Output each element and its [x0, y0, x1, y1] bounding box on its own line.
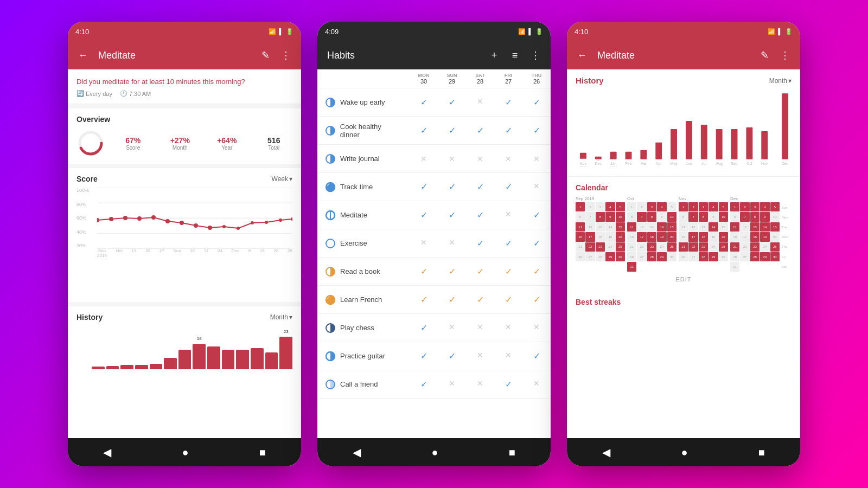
- habit-row-call-friend[interactable]: Call a friend ✓ ✕ ✕ ✓ ✕: [317, 370, 551, 399]
- back-button-1[interactable]: ←: [75, 50, 91, 61]
- recents-nav-2[interactable]: ■: [509, 446, 515, 459]
- svg-point-27: [326, 239, 335, 248]
- recents-nav-1[interactable]: ■: [259, 446, 266, 459]
- total-label: Total: [256, 145, 293, 151]
- habit-row-wake-up-early[interactable]: Wake up early ✓ ✓ ✕ ✓ ✓: [317, 88, 551, 117]
- app-title-3: Meditate: [597, 50, 751, 61]
- habit-checks-wake-up: ✓ ✓ ✕ ✓ ✓: [410, 97, 551, 107]
- habit-checks-french: ✓ ✓ ✓ ✓ ✓: [410, 294, 551, 305]
- signal-icon-2: ▌: [528, 28, 533, 35]
- habit-row-play-chess[interactable]: Play chess ✓ ✕ ✕ ✕ ✕: [317, 314, 551, 342]
- cal-nov: Nov 1 2 3 4 5 6 7 8 9 10 11 12 13: [679, 196, 728, 272]
- habit-row-write-journal[interactable]: Write journal ✕ ✕ ✕ ✕ ✕: [317, 145, 551, 173]
- svg-rect-40: [626, 152, 632, 159]
- habit-icon-read: [325, 266, 336, 277]
- wifi-icon-1: 📶: [269, 28, 276, 35]
- app-bar-2: Habits + ≡ ⋮: [317, 41, 551, 69]
- home-nav-1[interactable]: ●: [182, 446, 188, 459]
- habit-row-practice-guitar[interactable]: Practice guitar ✓ ✓ ✕ ✕ ✓: [317, 342, 551, 370]
- habit-icon-guitar: [325, 351, 336, 362]
- battery-icon-3: 🔋: [785, 28, 793, 35]
- habit-checks-exercise: ✕ ✕ ✓ ✓ ✓: [410, 238, 551, 248]
- history-title-phone1: History: [76, 313, 270, 322]
- svg-rect-34: [580, 153, 586, 159]
- more-icon-3[interactable]: ⋮: [777, 49, 793, 61]
- habit-name-french: Learn French: [340, 296, 382, 304]
- total-value: 516: [256, 136, 293, 145]
- back-nav-1[interactable]: ◀: [103, 446, 111, 459]
- more-icon-1[interactable]: ⋮: [278, 49, 293, 61]
- habit-icon-chess: [325, 323, 336, 333]
- habit-icon-journal: [325, 153, 336, 164]
- svg-text:Dec: Dec: [782, 162, 789, 165]
- svg-point-12: [165, 219, 170, 223]
- history-period-dropdown[interactable]: Month ▾: [270, 313, 292, 321]
- habit-checks-meditate: ✓ ✓ ✓ ✕ ✓: [410, 210, 551, 220]
- svg-point-20: [279, 219, 282, 222]
- history-section-phone1: History Month ▾ 18: [68, 306, 301, 438]
- habit-row-read-book[interactable]: Read a book ✓ ✓ ✓ ✓ ✓: [317, 258, 551, 286]
- stat-month: +27% Month: [162, 136, 199, 151]
- edit-icon-3[interactable]: ✎: [757, 49, 772, 61]
- status-bar-3: 4:10 📶 ▌ 🔋: [567, 22, 800, 41]
- svg-text:Feb: Feb: [626, 162, 632, 165]
- app-title-2: Habits: [327, 50, 481, 61]
- battery-icon-2: 🔋: [535, 28, 543, 35]
- habit-row-exercise[interactable]: Exercise ✕ ✕ ✓ ✓ ✓: [317, 229, 551, 258]
- svg-rect-60: [782, 93, 788, 159]
- svg-point-19: [265, 221, 268, 224]
- back-nav-3[interactable]: ◀: [602, 446, 610, 459]
- more-icon-2[interactable]: ⋮: [528, 49, 543, 61]
- habit-checks-journal: ✕ ✕ ✕ ✕ ✕: [410, 155, 551, 163]
- nav-bar-1: ◀ ● ■: [68, 438, 301, 466]
- svg-text:Mar: Mar: [640, 162, 647, 165]
- calendar-title: Calendar: [576, 183, 792, 192]
- svg-rect-56: [746, 127, 752, 159]
- app-bar-3: ← Meditate ✎ ⋮: [567, 41, 800, 69]
- status-icons-1: 📶 ▌ 🔋: [269, 28, 293, 35]
- edit-button[interactable]: EDIT: [576, 272, 792, 287]
- habit-row-meditate[interactable]: Meditate ✓ ✓ ✓ ✕ ✓: [317, 201, 551, 229]
- overview-stats: 67% Score +27% Month +64% Year 516 Total: [76, 129, 292, 157]
- habit-icon-french: [325, 294, 336, 305]
- svg-rect-46: [671, 129, 677, 159]
- status-time-2: 4:09: [325, 28, 339, 36]
- habit-row-learn-french[interactable]: Learn French ✓ ✓ ✓ ✓ ✓: [317, 286, 551, 314]
- back-nav-2[interactable]: ◀: [353, 446, 361, 459]
- month-label: Month: [162, 145, 199, 151]
- chevron-down-icon-hist: ▾: [289, 313, 292, 321]
- score-section: Score Week ▾ 100% 80% 60% 40% 20%: [68, 168, 301, 302]
- cal-dec-grid: 1 2 3 4 5 6 7 8 9 10 11 12 13 14: [730, 202, 780, 272]
- habit-checks-track: ✓ ✓ ✓ ✓ ✕: [410, 182, 551, 192]
- donut-chart: [76, 129, 105, 157]
- home-nav-3[interactable]: ●: [681, 446, 687, 459]
- habit-icon-call: [325, 379, 336, 390]
- filter-icon[interactable]: ≡: [507, 50, 522, 61]
- habit-checks-guitar: ✓ ✓ ✕ ✕ ✓: [410, 351, 551, 361]
- score-period-dropdown[interactable]: Week ▾: [272, 175, 292, 183]
- habit-checks-read: ✓ ✓ ✓ ✓ ✓: [410, 266, 551, 277]
- habit-checks-cook: ✓ ✓ ✓ ✓ ✓: [410, 125, 551, 136]
- back-button-3[interactable]: ←: [575, 50, 590, 61]
- add-icon[interactable]: +: [487, 50, 502, 61]
- question-text: Did you meditate for at least 10 minutes…: [76, 77, 292, 87]
- habit-row-track-time[interactable]: Track time ✓ ✓ ✓ ✓ ✕: [317, 173, 551, 201]
- edit-icon-1[interactable]: ✎: [258, 49, 273, 61]
- day-col-sun: SUN 29: [438, 73, 466, 85]
- year-value: +64%: [208, 136, 246, 145]
- home-nav-2[interactable]: ●: [431, 446, 438, 459]
- chevron-down-icon: ▾: [289, 175, 292, 183]
- recents-nav-3[interactable]: ■: [758, 446, 765, 459]
- habit-row-cook-dinner[interactable]: Cook healthy dinner ✓ ✓ ✓ ✓ ✓: [317, 117, 551, 145]
- svg-text:2019: 2019: [610, 165, 617, 166]
- calendar-section: Calendar Sep 2019 1 2 3 4 5 6 7 8 9: [567, 176, 800, 293]
- cal-oct-grid: 1 2 3 4 5 6 7 8 9 10 11 12 13 14: [627, 202, 676, 272]
- habit-name-meditate: Meditate: [340, 211, 367, 219]
- day-columns-header: MON 30 SUN 29 SAT 28 FRI 27 THU 26: [410, 73, 551, 85]
- cal-sep-grid: 1 2 3 4 5 6 7 8 9 10 11 12 13 14: [576, 202, 625, 261]
- habit-icon-exercise: [325, 238, 336, 249]
- history-title-phone3: History: [576, 76, 769, 85]
- svg-point-17: [237, 227, 240, 230]
- history-dropdown-3[interactable]: Month ▾: [769, 77, 792, 85]
- svg-point-7: [97, 218, 99, 222]
